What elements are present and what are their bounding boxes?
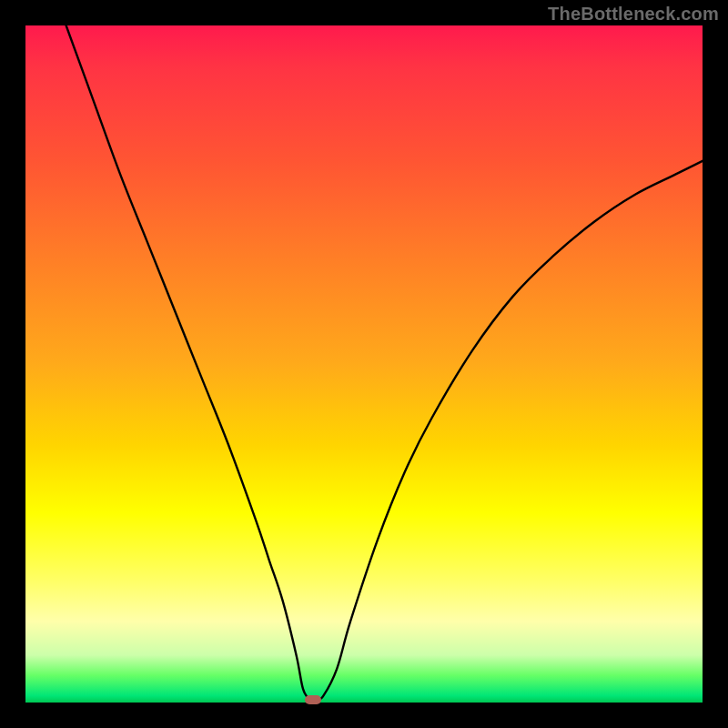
bottleneck-curve <box>66 25 703 700</box>
chart-frame: TheBottleneck.com <box>0 0 728 728</box>
curve-layer <box>25 25 703 703</box>
optimum-marker <box>305 695 321 704</box>
plot-area <box>25 25 703 703</box>
watermark-text: TheBottleneck.com <box>548 4 719 25</box>
